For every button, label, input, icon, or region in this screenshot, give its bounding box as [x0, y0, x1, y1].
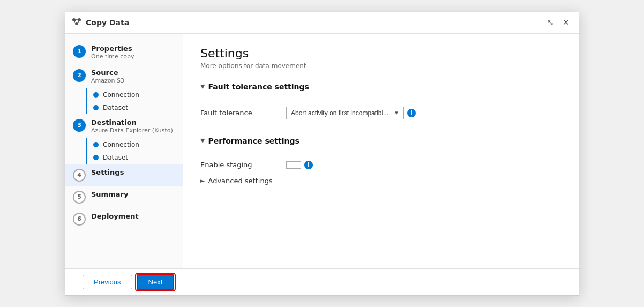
fault-tolerance-header: ▼ Fault tolerance settings	[200, 83, 561, 91]
performance-section: ▼ Performance settings Enable staging i …	[200, 137, 561, 186]
destination-sub-steps: Connection Dataset	[65, 138, 183, 164]
sidebar-item-deployment[interactable]: 6 Deployment	[65, 208, 183, 230]
source-dataset-step[interactable]: Dataset	[86, 101, 183, 114]
fault-tolerance-section: ▼ Fault tolerance settings Fault toleran…	[200, 83, 561, 126]
dialog-footer: Previous Next	[65, 268, 579, 295]
enable-staging-control: i	[286, 161, 313, 169]
main-content: Settings More options for data movement …	[183, 34, 579, 268]
sidebar: 1 Properties One time copy 2 Source Amaz…	[65, 34, 183, 268]
fault-tolerance-control: Abort activity on first incompatibl... ▼…	[286, 107, 416, 119]
destination-connection-label: Connection	[103, 141, 139, 148]
sidebar-item-source[interactable]: 2 Source Amazon S3	[65, 64, 183, 88]
enable-staging-toggle[interactable]	[286, 161, 301, 169]
step-label-destination: Destination	[91, 118, 173, 126]
svg-point-2	[75, 22, 78, 25]
copy-data-icon	[72, 17, 81, 28]
step-label-properties: Properties	[91, 44, 134, 53]
sub-dot	[93, 142, 99, 147]
page-subtitle: More options for data movement	[200, 62, 561, 70]
enable-staging-label: Enable staging	[200, 161, 286, 169]
source-connection-step[interactable]: Connection	[86, 88, 183, 101]
minimize-button[interactable]: ⤡	[544, 17, 557, 28]
dialog-title: Copy Data	[86, 18, 544, 27]
titlebar-actions: ⤡ ✕	[544, 17, 572, 28]
step-circle-6: 6	[73, 213, 86, 226]
source-sub-steps: Connection Dataset	[65, 88, 183, 114]
close-button[interactable]: ✕	[560, 17, 572, 28]
previous-button[interactable]: Previous	[83, 275, 132, 289]
source-dataset-label: Dataset	[103, 104, 128, 111]
sub-dot	[93, 92, 99, 98]
performance-title: Performance settings	[208, 137, 299, 145]
step-circle-5: 5	[73, 191, 86, 204]
step-sub-source: Amazon S3	[91, 77, 124, 84]
step-label-source: Source	[91, 69, 124, 77]
fault-tolerance-title: Fault tolerance settings	[208, 83, 309, 91]
destination-dataset-step[interactable]: Dataset	[86, 151, 183, 164]
section-divider-2	[200, 152, 561, 152]
advanced-settings-arrow-icon: ►	[200, 177, 205, 184]
sidebar-item-settings[interactable]: 4 Settings	[65, 164, 183, 186]
step-sub-properties: One time copy	[91, 53, 134, 60]
enable-staging-info-icon[interactable]: i	[304, 161, 313, 169]
copy-data-dialog: Copy Data ⤡ ✕ 1 Properties One time copy…	[65, 12, 579, 296]
step-circle-2: 2	[73, 69, 86, 82]
fault-tolerance-row: Fault tolerance Abort activity on first …	[200, 107, 561, 119]
fault-tolerance-label: Fault tolerance	[200, 109, 286, 117]
destination-connection-step[interactable]: Connection	[86, 138, 183, 151]
sub-dot	[93, 155, 99, 160]
step-label-summary: Summary	[91, 190, 128, 198]
destination-dataset-label: Dataset	[103, 154, 128, 161]
step-circle-1: 1	[73, 45, 86, 58]
fault-tolerance-toggle[interactable]: ▼	[200, 83, 205, 90]
step-circle-4: 4	[73, 169, 86, 182]
source-connection-label: Connection	[103, 91, 139, 99]
dialog-body: 1 Properties One time copy 2 Source Amaz…	[65, 34, 579, 268]
sub-dot	[93, 105, 99, 110]
advanced-settings-label: Advanced settings	[208, 177, 272, 185]
performance-toggle[interactable]: ▼	[200, 137, 205, 144]
dropdown-arrow-icon: ▼	[394, 110, 399, 116]
sidebar-item-summary[interactable]: 5 Summary	[65, 186, 183, 208]
page-title: Settings	[200, 47, 561, 60]
step-sub-destination: Azure Data Explorer (Kusto)	[91, 127, 173, 134]
step-label-settings: Settings	[91, 168, 124, 176]
enable-staging-row: Enable staging i	[200, 161, 561, 169]
performance-header: ▼ Performance settings	[200, 137, 561, 145]
titlebar: Copy Data ⤡ ✕	[65, 12, 579, 34]
sidebar-item-properties[interactable]: 1 Properties One time copy	[65, 40, 183, 64]
advanced-settings-row[interactable]: ► Advanced settings	[200, 176, 561, 186]
section-divider	[200, 98, 561, 98]
fault-tolerance-value: Abort activity on first incompatibl...	[291, 109, 388, 117]
fault-tolerance-dropdown[interactable]: Abort activity on first incompatibl... ▼	[286, 107, 404, 119]
fault-tolerance-info-icon[interactable]: i	[407, 109, 416, 117]
step-label-deployment: Deployment	[91, 212, 139, 220]
sidebar-item-destination[interactable]: 3 Destination Azure Data Explorer (Kusto…	[65, 114, 183, 138]
next-button[interactable]: Next	[137, 274, 175, 290]
step-circle-3: 3	[73, 119, 86, 132]
